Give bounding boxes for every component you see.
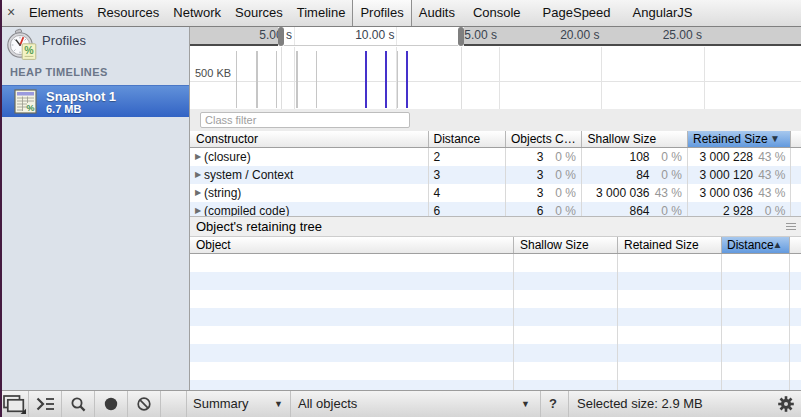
column-header-object[interactable]: Object xyxy=(190,237,514,253)
tab-pagespeed[interactable]: PageSpeed xyxy=(532,0,622,26)
statusbar: Summary ▼ All objects ▼ ? Selected size:… xyxy=(0,390,801,417)
clear-profiles-button[interactable] xyxy=(128,391,160,417)
tab-profiles[interactable]: Profiles xyxy=(352,0,411,26)
profiles-sidebar: % Profiles HEAP TIMELINES xyxy=(2,27,190,391)
tab-angularjs[interactable]: AngularJS xyxy=(622,0,704,26)
constructor-row-compiledcode[interactable]: ▶(compiled code)660 %8640 %2 9280 % xyxy=(190,202,801,216)
retained-size-percent: 43 % xyxy=(757,184,791,202)
record-heap-allocations-button[interactable] xyxy=(95,391,127,417)
settings-button[interactable] xyxy=(773,391,799,417)
ruler-tick xyxy=(294,27,295,46)
live-allocation-bar xyxy=(385,51,387,108)
close-devtools-button[interactable]: × xyxy=(7,0,17,26)
tab-resources[interactable]: Resources xyxy=(90,0,166,26)
live-allocation-bar xyxy=(406,51,408,108)
retained-size-percent: 0 % xyxy=(757,202,791,216)
column-header-retained-size-sorted[interactable]: Retained Size ▼ xyxy=(688,131,792,147)
statusbar-separator xyxy=(290,391,291,417)
window-edge-line xyxy=(461,47,462,109)
constructor-name: (compiled code) xyxy=(204,202,289,216)
statusbar-separator xyxy=(568,391,569,417)
column-header-distance-sorted[interactable]: Distance ▲ xyxy=(722,237,790,253)
collected-allocation-bar xyxy=(256,51,258,108)
constructor-row-closure[interactable]: ▶(closure)230 %1080 %3 000 22843 % xyxy=(190,148,801,166)
sidebar-item-profiles-launcher[interactable]: % Profiles xyxy=(2,27,189,63)
constructors-grid-header: Constructor Distance Objects C… Shallow … xyxy=(190,131,801,148)
chart-gridline xyxy=(499,47,500,109)
ruler-label: 25.00 s xyxy=(663,27,702,44)
ruler-label: 5.00 s xyxy=(259,27,292,44)
grid-corner-2 xyxy=(790,237,801,253)
distance-value: 6 xyxy=(429,202,440,216)
tab-console[interactable]: Console xyxy=(462,0,532,26)
tab-strip: ElementsResourcesNetworkSourcesTimelineP… xyxy=(22,0,704,26)
disclosure-triangle-icon[interactable]: ▶ xyxy=(190,166,204,184)
sidebar-item-snapshot-1[interactable]: % Snapshot 1 6.7 MB xyxy=(2,85,189,117)
constructor-name: system / Context xyxy=(204,166,293,184)
column-header-distance[interactable]: Distance xyxy=(429,131,506,147)
snapshot-icon-graphic: % xyxy=(13,89,38,114)
shallow-size-value: 3 000 036 xyxy=(582,184,654,202)
retaining-tree-grid-header: Object Shallow Size Retained Size Distan… xyxy=(190,237,801,254)
show-console-button[interactable] xyxy=(29,391,61,417)
column-header-shallow-size-2[interactable]: Shallow Size xyxy=(514,237,618,253)
tab-elements[interactable]: Elements xyxy=(22,0,90,26)
tab-sources[interactable]: Sources xyxy=(228,0,290,26)
sidebar-section-heap-timelines: HEAP TIMELINES xyxy=(10,66,108,78)
disclosure-triangle-icon[interactable]: ▶ xyxy=(190,202,204,216)
column-header-constructor[interactable]: Constructor xyxy=(190,131,429,147)
splitter-grip-icon[interactable] xyxy=(786,223,796,230)
column-header-retained-size-2[interactable]: Retained Size xyxy=(618,237,722,253)
tab-network[interactable]: Network xyxy=(166,0,228,26)
retained-size-value: 3 000 228 xyxy=(688,148,758,166)
chart-axis-label: 500 KB xyxy=(195,67,231,79)
collected-allocation-bar xyxy=(397,51,399,108)
objects-count-value: 3 xyxy=(506,148,548,166)
constructor-row-systemContext[interactable]: ▶system / Context330 %840 %3 000 12043 % xyxy=(190,166,801,184)
help-button[interactable]: ? xyxy=(549,391,557,417)
class-filter-input[interactable] xyxy=(200,112,410,128)
sidebar-profiles-label: Profiles xyxy=(42,33,86,48)
distance-value: 2 xyxy=(429,148,440,166)
objects-count-percent: 0 % xyxy=(548,166,582,184)
ruler-label: 20.00 s xyxy=(560,27,599,44)
grid-column-separator xyxy=(428,148,429,216)
constructors-grid-body: ▶(closure)230 %1080 %3 000 22843 %▶syste… xyxy=(190,148,801,216)
grid-column-separator xyxy=(789,254,790,392)
overview-veil-right xyxy=(464,27,801,46)
chevron-down-icon: ▼ xyxy=(274,391,283,417)
svg-text:%: % xyxy=(24,44,34,56)
collected-allocation-bar xyxy=(276,51,278,108)
heap-snapshot-icon: % xyxy=(13,89,38,114)
constructor-row-string[interactable]: ▶(string)430 %3 000 03643 %3 000 03643 % xyxy=(190,184,801,202)
summary-select-value: Summary xyxy=(193,391,249,417)
shallow-size-percent: 43 % xyxy=(654,184,688,202)
sort-descending-icon: ▼ xyxy=(770,131,780,147)
disclosure-triangle-icon[interactable]: ▶ xyxy=(190,148,204,166)
collected-allocation-bar xyxy=(296,51,298,108)
inspect-heap-object-button[interactable] xyxy=(62,391,94,417)
window-handle-left[interactable] xyxy=(278,27,284,46)
heap-timeline-panel: 5.00 s10.00 s15.00 s20.00 s25.00 s 500 K… xyxy=(190,27,801,391)
record-icon xyxy=(104,397,118,411)
tab-timeline[interactable]: Timeline xyxy=(290,0,353,26)
distance-value: 3 xyxy=(429,166,440,184)
tab-audits[interactable]: Audits xyxy=(412,0,462,26)
shallow-size-value: 108 xyxy=(582,148,654,166)
disclosure-triangle-icon[interactable]: ▶ xyxy=(190,184,204,202)
dock-side-button[interactable] xyxy=(1,391,28,417)
clear-icon xyxy=(137,397,151,411)
shallow-size-value: 84 xyxy=(582,166,654,184)
grid-corner xyxy=(791,131,801,147)
column-header-shallow-size[interactable]: Shallow Size xyxy=(582,131,688,147)
snapshot-title: Snapshot 1 xyxy=(46,89,116,104)
column-header-objects-count[interactable]: Objects C… xyxy=(506,131,582,147)
objects-count-percent: 0 % xyxy=(548,202,582,216)
svg-text:%: % xyxy=(26,103,34,113)
grid-column-separator xyxy=(513,254,514,392)
window-handle-right[interactable] xyxy=(458,27,464,46)
ruler-label: 10.00 s xyxy=(355,27,394,44)
objects-count-value: 3 xyxy=(506,184,548,202)
sort-ascending-icon: ▲ xyxy=(773,237,783,253)
overview-ruler: 5.00 s10.00 s15.00 s20.00 s25.00 s xyxy=(190,27,801,47)
